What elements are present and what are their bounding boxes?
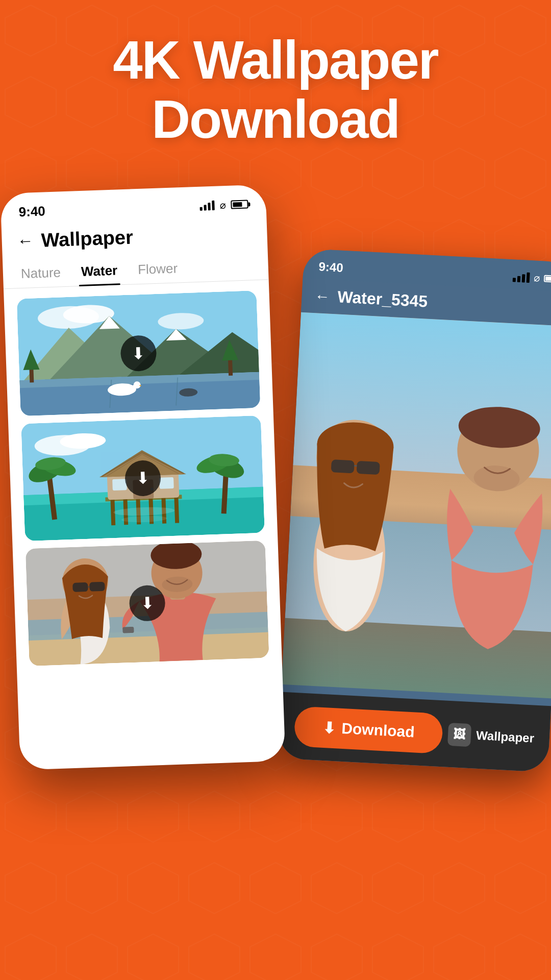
tab-flower[interactable]: Flower — [135, 254, 181, 284]
front-wifi-icon: ⌀ — [219, 199, 226, 211]
svg-rect-54 — [159, 477, 174, 489]
tab-water[interactable]: Water — [78, 256, 120, 286]
download-icon: ⬇ — [322, 719, 336, 737]
svg-rect-30 — [228, 358, 233, 376]
download-bar: ⬇ Download 🖼 Wallpaper — [278, 692, 551, 773]
person-man — [427, 345, 551, 657]
back-status-time: 9:40 — [318, 259, 343, 275]
back-screen-title: Water_5345 — [337, 287, 428, 311]
back-signal-icon — [513, 272, 530, 283]
wallpaper-grid: ⬇ — [4, 280, 282, 677]
front-screen-title: Wallpaper — [41, 226, 134, 251]
back-nav-arrow[interactable]: ← — [314, 287, 331, 306]
svg-rect-6 — [357, 461, 380, 475]
svg-rect-70 — [72, 582, 88, 592]
wallpaper-card-3[interactable]: ⬇ — [26, 541, 269, 666]
back-detail-image — [282, 312, 551, 699]
card-1-download-icon: ⬇ — [131, 345, 145, 362]
tab-nature[interactable]: Nature — [18, 258, 64, 288]
wallpaper-card-2[interactable]: ⬇ — [21, 415, 265, 541]
front-status-icons: ⌀ — [199, 198, 248, 212]
phones-area: 9:40 ⌀ ← Water_5345 — [0, 189, 551, 980]
back-wifi-icon: ⌀ — [534, 272, 540, 284]
svg-rect-77 — [122, 627, 134, 633]
wallpaper-badge-icon: 🖼 — [447, 722, 471, 746]
card-3-download-icon: ⬇ — [140, 595, 155, 611]
card-2-download-icon: ⬇ — [136, 470, 150, 487]
hero-title: 4K Wallpaper Download — [0, 31, 551, 149]
svg-rect-71 — [89, 582, 105, 592]
front-signal-icon — [199, 201, 215, 211]
front-back-button[interactable]: ← — [17, 231, 34, 251]
phone-back: 9:40 ⌀ ← Water_5345 — [278, 249, 551, 772]
back-battery-icon — [544, 275, 551, 282]
svg-rect-5 — [331, 459, 355, 473]
front-battery-icon — [231, 200, 248, 209]
wallpaper-badge: 🖼 Wallpaper — [447, 722, 535, 750]
person-woman — [294, 354, 411, 640]
phone-front: 9:40 ⌀ ← Wallpaper Nature — [0, 184, 285, 770]
wallpaper-card-1[interactable]: ⬇ — [17, 290, 261, 416]
download-button[interactable]: ⬇ Download — [293, 706, 443, 754]
front-status-time: 9:40 — [18, 203, 45, 220]
